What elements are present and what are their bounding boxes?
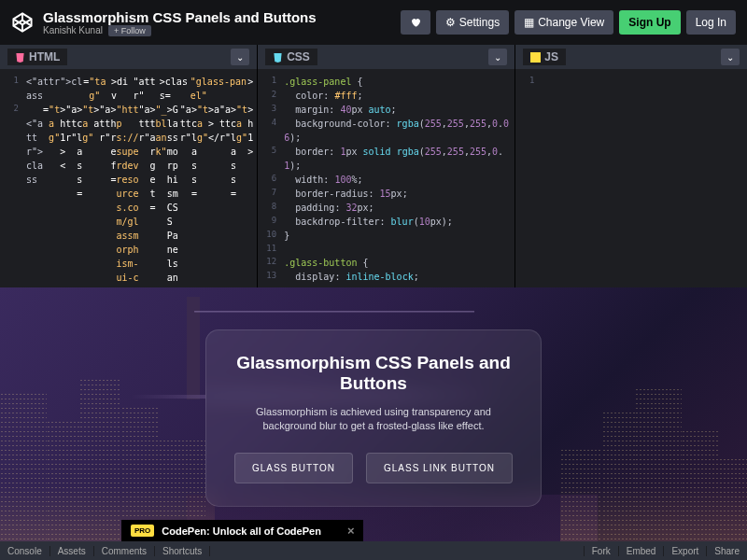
footer-right: ForkEmbedExportShare xyxy=(584,546,747,556)
html-tab[interactable]: HTML xyxy=(7,49,67,65)
footer-fork[interactable]: Fork xyxy=(584,546,618,556)
promo-text: CodePen: Unlock all of CodePen xyxy=(162,525,321,537)
glass-paragraph: Glassmorphism is achieved using transpar… xyxy=(233,405,514,434)
html-code-body[interactable]: 1<"attr">class="tag">div "attr">class="g… xyxy=(0,69,257,287)
love-button[interactable] xyxy=(401,10,430,35)
header-actions: ⚙Settings ▦Change View Sign Up Log In xyxy=(401,10,736,35)
footer-shortcuts[interactable]: Shortcuts xyxy=(155,546,210,556)
editor-header-js: JS ⌄ xyxy=(515,45,747,69)
glass-button[interactable]: GLASS BUTTON xyxy=(234,453,353,483)
editor-header-css: CSS ⌄ xyxy=(258,45,514,69)
change-view-button[interactable]: ▦Change View xyxy=(514,10,613,35)
heart-icon xyxy=(410,17,421,28)
css-editor: CSS ⌄ 1.glass-panel {2 color: #fff;3 mar… xyxy=(258,45,514,287)
js-tab[interactable]: JS xyxy=(523,49,566,65)
scene-skyline-right xyxy=(560,383,747,541)
glass-heading[interactable]: Glassmorphism CSS Panels and Buttons xyxy=(233,353,514,394)
pen-title: Glassmorphism CSS Panels and Buttons xyxy=(43,9,401,25)
gear-icon: ⚙ xyxy=(445,16,456,29)
css-tab[interactable]: CSS xyxy=(265,49,317,65)
preview-pane: Glassmorphism CSS Panels and Buttons Gla… xyxy=(0,287,747,541)
footer-share[interactable]: Share xyxy=(706,546,747,556)
css-code-body[interactable]: 1.glass-panel {2 color: #fff;3 margin: 4… xyxy=(258,69,514,287)
css-icon xyxy=(273,52,283,63)
footer-left: ConsoleAssetsCommentsShortcuts xyxy=(0,546,210,556)
login-button[interactable]: Log In xyxy=(686,10,736,35)
layout-icon: ▦ xyxy=(524,16,534,29)
app-header: Glassmorphism CSS Panels and Buttons Kan… xyxy=(0,0,747,45)
pro-badge: PRO xyxy=(131,525,154,537)
footer-bar: ConsoleAssetsCommentsShortcuts ForkEmbed… xyxy=(0,541,747,560)
title-block: Glassmorphism CSS Panels and Buttons Kan… xyxy=(43,9,401,36)
editor-header-html: HTML ⌄ xyxy=(0,45,257,69)
svg-rect-3 xyxy=(530,52,541,63)
html-editor: HTML ⌄ 1<"attr">class="tag">div "attr">c… xyxy=(0,45,257,287)
follow-button[interactable]: + Follow xyxy=(108,25,151,36)
glass-toolbar: GLASS BUTTON GLASS LINK BUTTON xyxy=(233,453,514,483)
html-icon xyxy=(15,52,25,63)
author-name[interactable]: Kanishk Kunal xyxy=(43,25,103,35)
glass-link-button[interactable]: GLASS LINK BUTTON xyxy=(366,453,513,483)
js-icon xyxy=(530,52,541,63)
html-dropdown-button[interactable]: ⌄ xyxy=(231,49,249,65)
editors-row: HTML ⌄ 1<"attr">class="tag">div "attr">c… xyxy=(0,45,747,287)
js-code-body[interactable]: 1 xyxy=(515,69,747,287)
css-dropdown-button[interactable]: ⌄ xyxy=(488,49,507,65)
byline: Kanishk Kunal + Follow xyxy=(43,25,401,36)
footer-comments[interactable]: Comments xyxy=(94,546,155,556)
close-icon[interactable]: × xyxy=(347,524,355,538)
footer-console[interactable]: Console xyxy=(0,546,50,556)
footer-assets[interactable]: Assets xyxy=(50,546,94,556)
settings-button[interactable]: ⚙Settings xyxy=(436,10,509,35)
signup-button[interactable]: Sign Up xyxy=(619,10,680,35)
footer-export[interactable]: Export xyxy=(663,546,706,556)
glass-panel: Glassmorphism CSS Panels and Buttons Gla… xyxy=(205,329,542,507)
codepen-logo-icon xyxy=(11,11,34,34)
js-editor: JS ⌄ 1 xyxy=(515,45,747,287)
footer-embed[interactable]: Embed xyxy=(618,546,664,556)
js-dropdown-button[interactable]: ⌄ xyxy=(721,49,740,65)
promo-bar[interactable]: PRO CodePen: Unlock all of CodePen × xyxy=(121,520,363,541)
